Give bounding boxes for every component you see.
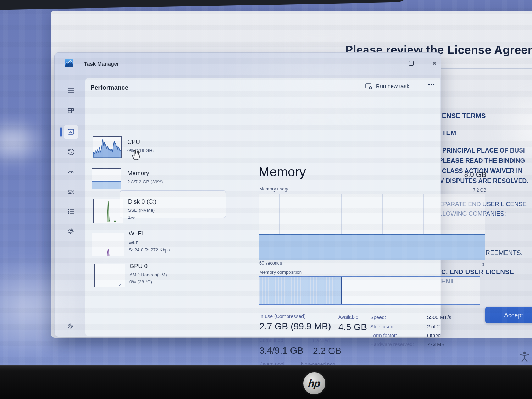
detail-value: 5500 MT/s bbox=[427, 315, 451, 320]
license-text-fragment: PRINCIPAL PLACE OF BUSI bbox=[442, 147, 525, 154]
disk-mini-graph bbox=[93, 199, 123, 223]
detail-label: Slots used: bbox=[370, 324, 395, 329]
sidebar-item-services[interactable] bbox=[64, 224, 78, 238]
gpu-mini-graph bbox=[94, 264, 125, 287]
memory-usage-label: Memory usage bbox=[259, 186, 290, 192]
maximize-icon bbox=[409, 61, 414, 66]
memory-panel-title: Memory bbox=[259, 165, 306, 179]
detail-value: 773 MB bbox=[427, 342, 445, 347]
processes-icon bbox=[67, 107, 74, 114]
composition-modified-segment bbox=[341, 277, 342, 304]
laptop-bezel: hp bbox=[0, 365, 532, 399]
perf-item-sub: 2.8/7.2 GB (39%) bbox=[127, 179, 163, 184]
page-title: Performance bbox=[90, 84, 128, 92]
gauge-icon bbox=[67, 168, 74, 176]
perf-item-sub: AMD Radeon(TM)... bbox=[129, 272, 171, 277]
memory-usage-graph bbox=[259, 194, 485, 260]
performance-icon bbox=[67, 128, 74, 135]
history-clock-icon bbox=[67, 149, 74, 156]
hp-logo: hp bbox=[303, 372, 325, 394]
sidebar-item-performance[interactable] bbox=[64, 125, 78, 139]
license-text-fragment: TEM bbox=[442, 129, 456, 137]
detail-value: 2 of 2 bbox=[427, 324, 440, 329]
composition-standby-divider bbox=[405, 277, 405, 304]
perf-item-sub: 1% bbox=[128, 215, 135, 220]
hand-cursor bbox=[131, 148, 142, 162]
sidebar-item-details[interactable] bbox=[64, 204, 78, 218]
detail-value: Other bbox=[427, 333, 440, 338]
license-text-fragment: PLEASE READ THE BINDING bbox=[439, 157, 525, 165]
light-reflection bbox=[0, 117, 46, 167]
cached-label: Cached bbox=[313, 338, 330, 343]
sidebar-item-processes[interactable] bbox=[64, 104, 78, 118]
perf-item-sub: SSD (NVMe) bbox=[128, 207, 155, 213]
memory-composition-label: Memory composition bbox=[259, 270, 302, 275]
sidebar-item-users[interactable] bbox=[64, 185, 78, 199]
in-use-value: 2.7 GB (99.9 MB) bbox=[259, 321, 331, 332]
navigation-rail bbox=[55, 78, 85, 333]
perf-item-title: GPU 0 bbox=[129, 263, 148, 270]
graph-timespan-label: 60 seconds bbox=[259, 261, 282, 266]
memory-capacity: 8.0 GB bbox=[415, 171, 486, 179]
task-manager-app-icon bbox=[65, 59, 73, 67]
perf-item-title: Wi-Fi bbox=[129, 230, 143, 237]
cached-value: 2.2 GB bbox=[313, 345, 342, 356]
detail-label: Hardware reserved: bbox=[370, 342, 414, 347]
run-new-task-label: Run new task bbox=[376, 83, 409, 89]
window-title: Task Manager bbox=[84, 61, 119, 67]
photo-stage: Please review the License Agreeme ENSE T… bbox=[0, 0, 532, 399]
committed-label: Committed bbox=[259, 337, 283, 343]
sidebar-item-startup-apps[interactable] bbox=[64, 165, 78, 179]
perf-item-sub: S: 24.0 R: 272 Kbps bbox=[129, 247, 170, 253]
maximize-button[interactable] bbox=[404, 58, 419, 68]
committed-value: 3.4/9.1 GB bbox=[259, 345, 303, 356]
accessibility-icon[interactable] bbox=[520, 351, 529, 363]
perf-item-title: Disk 0 (C:) bbox=[128, 198, 156, 205]
more-options-button[interactable]: ••• bbox=[426, 81, 438, 88]
graph-zero-label: 0 bbox=[476, 262, 484, 267]
graph-scale-max: 7.2 GB bbox=[451, 188, 486, 193]
available-label: Available bbox=[338, 314, 359, 320]
minimize-icon bbox=[386, 63, 390, 63]
available-value: 4.5 GB bbox=[338, 322, 367, 333]
composition-in-use-segment bbox=[259, 277, 341, 304]
hamburger-icon bbox=[67, 87, 74, 94]
license-text-fragment: ENSE TERMS bbox=[442, 112, 486, 120]
in-use-label: In use (Compressed) bbox=[259, 314, 306, 319]
sidebar-item-app-history[interactable] bbox=[64, 145, 78, 159]
memory-mini-graph bbox=[92, 168, 121, 189]
perf-item-sub: Wi-Fi bbox=[129, 240, 139, 245]
new-task-icon bbox=[365, 83, 372, 90]
close-button[interactable]: ✕ bbox=[427, 58, 442, 68]
perf-item-title: CPU bbox=[127, 139, 140, 146]
services-gear-icon bbox=[67, 228, 74, 235]
task-manager-window: Task Manager ✕ bbox=[54, 52, 441, 337]
active-indicator bbox=[60, 127, 62, 137]
perf-item-sub: 0% (28 °C) bbox=[129, 279, 152, 284]
detail-label: Speed: bbox=[370, 315, 386, 320]
run-new-task-button[interactable]: Run new task bbox=[363, 80, 411, 92]
bezel-edge-highlight bbox=[0, 365, 532, 366]
wifi-mini-graph bbox=[92, 233, 124, 256]
detail-label: Form factor: bbox=[370, 333, 397, 338]
title-bar[interactable]: Task Manager ✕ bbox=[55, 53, 441, 73]
settings-button[interactable] bbox=[64, 320, 77, 332]
hp-logo-text: hp bbox=[307, 378, 321, 389]
minimize-button[interactable] bbox=[380, 58, 395, 68]
license-text-fragment: C. END USER LICENSE bbox=[441, 268, 514, 276]
gear-icon bbox=[67, 323, 74, 329]
users-icon bbox=[67, 189, 75, 196]
perf-item-title: Memory bbox=[127, 170, 149, 177]
laptop-screen: Please review the License Agreeme ENSE T… bbox=[0, 0, 532, 366]
usage-area-fill bbox=[259, 234, 485, 260]
cpu-mini-graph bbox=[93, 136, 122, 158]
menu-button[interactable] bbox=[64, 83, 78, 98]
performance-page: Performance Run new task ••• bbox=[85, 78, 440, 336]
accept-button[interactable]: Accept bbox=[485, 307, 532, 323]
memory-composition-bar[interactable] bbox=[259, 276, 480, 305]
details-list-icon bbox=[67, 208, 74, 215]
